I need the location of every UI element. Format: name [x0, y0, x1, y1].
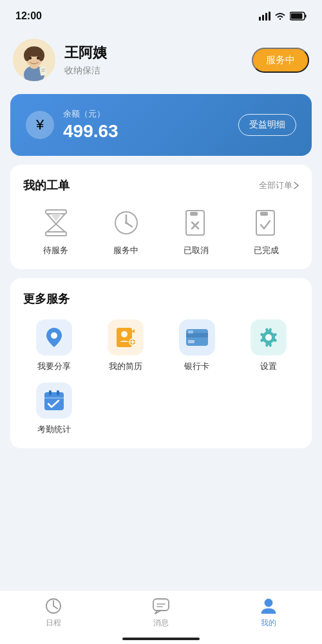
- nav-label-profile: 我的: [261, 618, 276, 629]
- done-icon: [250, 206, 283, 240]
- svg-point-24: [125, 222, 128, 224]
- bank-card-icon: [179, 319, 215, 355]
- order-item-inservice[interactable]: 服务中: [93, 206, 158, 256]
- svg-point-15: [37, 57, 39, 60]
- nav-item-messages[interactable]: 消息: [108, 597, 215, 629]
- nav-item-schedule[interactable]: 日程: [0, 597, 108, 629]
- service-label-resume: 我的简历: [109, 361, 142, 372]
- signal-icon: [259, 12, 270, 21]
- svg-point-34: [121, 331, 128, 337]
- balance-amount: 499.63: [63, 121, 118, 142]
- battery-icon: [290, 12, 307, 21]
- svg-rect-1: [262, 15, 264, 21]
- location-pin-icon: [36, 319, 72, 355]
- cancel-icon: [180, 206, 213, 240]
- profile-name: 王阿姨: [64, 43, 107, 62]
- svg-point-12: [24, 50, 30, 61]
- work-orders-header: 我的工单 全部订单: [23, 178, 299, 193]
- svg-point-14: [29, 57, 32, 60]
- svg-rect-44: [49, 390, 52, 395]
- gear-settings-icon: [251, 319, 287, 355]
- main-content: ¥ 余额（元） 499.63 受益明细 我的工单 全部订单: [0, 94, 322, 515]
- order-item-waiting[interactable]: 待服务: [23, 206, 88, 256]
- profile-info: 王阿姨 收纳保洁: [64, 43, 107, 77]
- nav-label-schedule: 日程: [46, 618, 61, 629]
- svg-rect-27: [190, 212, 198, 216]
- clock-icon: [109, 206, 143, 240]
- service-status-badge[interactable]: 服务中: [252, 48, 309, 73]
- svg-rect-5: [291, 14, 303, 19]
- order-label-inservice: 服务中: [113, 245, 138, 256]
- person-nav-icon: [260, 597, 278, 615]
- service-label-settings: 设置: [260, 361, 277, 372]
- wifi-icon: [274, 12, 286, 21]
- hourglass-icon: [39, 206, 73, 240]
- svg-rect-39: [186, 333, 208, 337]
- svg-rect-40: [188, 340, 194, 343]
- status-icons: [259, 12, 307, 21]
- svg-point-42: [265, 334, 272, 341]
- balance-left: ¥ 余额（元） 499.63: [26, 108, 118, 142]
- service-label-attendance: 考勤统计: [37, 424, 71, 435]
- home-indicator: [122, 638, 200, 640]
- order-grid: 待服务 服务中: [23, 206, 299, 256]
- bottom-nav: 日程 消息 我的: [0, 590, 322, 644]
- profile-left: 王阿姨 收纳保洁: [13, 39, 107, 81]
- svg-rect-3: [269, 12, 270, 21]
- svg-rect-2: [265, 13, 267, 21]
- attendance-icon: [36, 383, 72, 419]
- svg-rect-41: [188, 330, 193, 334]
- svg-rect-6: [305, 15, 307, 18]
- order-label-completed: 已完成: [254, 245, 279, 256]
- svg-line-49: [53, 606, 57, 609]
- svg-rect-0: [259, 17, 261, 21]
- order-label-waiting: 待服务: [43, 245, 68, 256]
- order-item-completed[interactable]: 已完成: [234, 206, 299, 256]
- work-orders-card: 我的工单 全部订单 待服: [10, 165, 312, 269]
- nav-label-messages: 消息: [153, 618, 169, 629]
- resume-icon: [108, 319, 144, 355]
- balance-label: 余额（元）: [63, 108, 118, 120]
- service-item-attendance[interactable]: 考勤统计: [23, 383, 84, 435]
- profile-title: 收纳保洁: [64, 65, 107, 77]
- svg-rect-43: [44, 392, 64, 410]
- avatar: [13, 39, 55, 81]
- order-item-cancelled[interactable]: 已取消: [164, 206, 229, 256]
- service-label-share: 我要分享: [37, 361, 71, 372]
- svg-rect-50: [153, 599, 169, 611]
- message-nav-icon: [152, 597, 170, 615]
- more-services-title: 更多服务: [23, 291, 70, 307]
- service-label-bankcard: 银行卡: [184, 361, 209, 372]
- svg-point-32: [51, 332, 57, 339]
- svg-rect-19: [46, 210, 66, 214]
- service-item-share[interactable]: 我要分享: [23, 319, 84, 372]
- service-grid: 我要分享 我的简历: [23, 319, 299, 435]
- chevron-right-icon: [294, 182, 299, 189]
- svg-rect-45: [57, 390, 59, 395]
- more-services-header: 更多服务: [23, 291, 299, 307]
- status-bar: 12:00: [0, 0, 322, 28]
- profile-section: 王阿姨 收纳保洁 服务中: [0, 28, 322, 94]
- view-all-orders-link[interactable]: 全部订单: [259, 180, 299, 191]
- balance-info: 余额（元） 499.63: [63, 108, 118, 142]
- balance-detail-button[interactable]: 受益明细: [238, 114, 296, 136]
- svg-rect-31: [260, 212, 268, 216]
- service-item-settings[interactable]: 设置: [238, 319, 299, 372]
- status-time: 12:00: [15, 10, 42, 22]
- svg-point-13: [38, 50, 44, 61]
- balance-icon: ¥: [26, 111, 54, 139]
- nav-item-profile[interactable]: 我的: [214, 597, 322, 629]
- work-orders-title: 我的工单: [23, 178, 70, 193]
- calendar-nav-icon: [44, 597, 62, 615]
- balance-card: ¥ 余额（元） 499.63 受益明细: [10, 94, 312, 156]
- more-services-card: 更多服务 我要分享: [10, 278, 312, 448]
- service-item-resume[interactable]: 我的简历: [95, 319, 156, 372]
- order-label-cancelled: 已取消: [184, 245, 209, 256]
- svg-rect-46: [44, 397, 64, 399]
- service-item-bankcard[interactable]: 银行卡: [166, 319, 227, 372]
- svg-rect-20: [46, 232, 66, 236]
- svg-point-53: [265, 599, 272, 607]
